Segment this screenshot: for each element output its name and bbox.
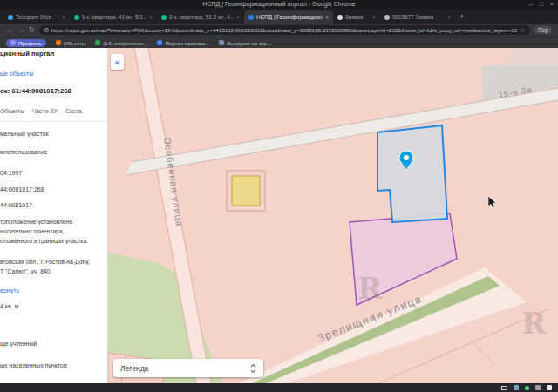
tab-favicon xyxy=(384,15,390,20)
bookmark-favicon xyxy=(56,40,61,45)
window-titlebar: НСПД | Геоинформационный портал - Google… xyxy=(0,0,558,9)
status-value: ще учтенный xyxy=(0,341,105,347)
tab-favicon xyxy=(337,15,343,20)
chrome-window: НСПД | Геоинформационный портал - Google… xyxy=(0,0,558,392)
page-content: ционный портал ые объекты ок: 61:44:0081… xyxy=(0,48,558,383)
bookmark-portal[interactable]: Портал простра... xyxy=(157,40,209,46)
address-line: Т "Салют", уч. 840. xyxy=(0,268,105,274)
location-description-line: оложенного в границах участка. xyxy=(0,238,105,244)
registration-date-value: 04.1997 xyxy=(0,170,105,176)
watermark: R xyxy=(357,271,383,306)
bookmark-profil[interactable]: Профиль xyxy=(6,39,46,47)
bookmarks-bar: Профиль Объекты (14) непрочитан... Порта… xyxy=(0,37,558,48)
tab-flat-1[interactable]: 1 к. квартира, 41 м², 5/1... × xyxy=(70,10,157,24)
favorites-link[interactable]: ые объекты xyxy=(0,71,105,77)
reload-icon[interactable]: ↻ xyxy=(29,24,35,37)
panel-divider xyxy=(0,121,107,122)
close-button[interactable]: × xyxy=(550,0,554,9)
bookmark-favicon xyxy=(219,40,224,45)
location-description-line: тоположение установлено xyxy=(0,219,105,225)
url-input[interactable]: https://nspd.gov.ru/map?thematic=PKK&zoo… xyxy=(39,25,531,35)
tab-favicon xyxy=(248,15,254,20)
tab-close-icon[interactable]: × xyxy=(447,14,451,20)
tab-telegram[interactable]: Telegram Web × xyxy=(3,10,70,24)
taskbar-tray-icon[interactable] xyxy=(547,385,552,390)
bookmark-favicon xyxy=(95,40,100,45)
location-description-line: носительно ориентира, xyxy=(0,228,105,234)
address-bar: ← → ↻ https://nspd.gov.ru/map?thematic=P… xyxy=(0,24,558,37)
bookmark-star-icon[interactable]: ☆ xyxy=(520,27,525,34)
tab-composition[interactable]: Соста xyxy=(65,108,82,114)
tab-strip: Telegram Web × 1 к. квартира, 41 м², 5/1… xyxy=(0,9,558,24)
parcel-title: ок: 61:44:0081017:268 xyxy=(0,87,105,95)
profile-button[interactable]: Пер xyxy=(534,26,552,34)
url-text: https://nspd.gov.ru/map?thematic=PKK&zoo… xyxy=(51,27,517,33)
back-icon[interactable]: ← xyxy=(6,24,13,37)
minimize-button[interactable]: – xyxy=(529,0,533,9)
tab-parcel-parts[interactable]: Части ЗУ xyxy=(32,108,58,114)
taskbar-tray-icon[interactable] xyxy=(535,385,541,390)
tab-zayavki[interactable]: Заявки × xyxy=(333,10,380,24)
legend-label: Легенда xyxy=(120,364,148,373)
tab-favicon xyxy=(8,15,13,20)
forward-icon[interactable]: → xyxy=(17,24,24,37)
bookmark-favicon xyxy=(10,40,16,45)
bookmark-favicon xyxy=(157,40,162,45)
collapse-panel-button[interactable]: « xyxy=(111,54,124,70)
yellow-parcel[interactable] xyxy=(232,176,260,206)
area-value: 4 кв. м xyxy=(0,303,105,309)
parcel-type-value: мельный участок xyxy=(0,131,105,137)
tab-zayavka-9815677[interactable]: 9815677 Заявка × xyxy=(380,10,455,24)
cadastral-quarter-value: 44:0081017 xyxy=(0,202,105,208)
taskbar-window-icon[interactable] xyxy=(501,386,507,390)
taskbar-app-icon[interactable] xyxy=(514,385,519,390)
map-canvas[interactable]: R R Особенная улица 15-я За Зрелищная ул… xyxy=(108,48,558,383)
maximize-button[interactable]: □ xyxy=(540,0,543,9)
map-area[interactable]: R R Особенная улица 15-я За Зрелищная ул… xyxy=(108,48,558,383)
legend-dropdown[interactable]: Легенда xyxy=(113,359,263,377)
new-tab-button[interactable]: + xyxy=(459,10,464,24)
tab-flat-2[interactable]: 2 к. квартира, 51.2 м², 4... × xyxy=(157,10,244,24)
bookmark-neprochitannye[interactable]: (14) непрочитан... xyxy=(95,40,147,46)
permitted-use-value: млепользование xyxy=(0,149,105,155)
window-title: НСПД | Геоинформационный портал - Google… xyxy=(202,0,355,9)
taskbar-status-icon[interactable] xyxy=(525,386,529,390)
tab-close-icon[interactable]: × xyxy=(372,14,376,20)
chevron-updown-icon xyxy=(250,363,256,374)
tab-close-icon[interactable]: × xyxy=(149,14,153,20)
window-controls: – □ × xyxy=(529,0,554,9)
address-line: втовская обл., г. Ростов-на-Дону, xyxy=(0,259,105,265)
panel-tabs: Объекты Части ЗУ Соста xyxy=(0,108,105,114)
site-info-icon[interactable] xyxy=(44,28,49,32)
land-category-value: ых населенных пунктов xyxy=(0,362,105,368)
tab-nspd-active[interactable]: НСПД | Геоинформацион... × xyxy=(244,10,333,24)
tab-close-icon[interactable]: × xyxy=(236,14,240,20)
cadastral-number-value: 44:0081017:268 xyxy=(0,186,105,193)
watermark: R xyxy=(521,306,547,341)
tab-favicon xyxy=(74,15,79,20)
os-taskbar xyxy=(0,383,558,392)
tab-close-icon[interactable]: × xyxy=(325,14,329,20)
expand-link[interactable]: ернуть xyxy=(0,287,105,294)
tab-close-icon[interactable]: × xyxy=(62,14,65,20)
portal-header: ционный портал xyxy=(0,50,105,57)
tab-favicon xyxy=(161,15,167,20)
object-info-panel: ционный портал ые объекты ок: 61:44:0081… xyxy=(0,48,108,383)
bookmark-obekty[interactable]: Объекты xyxy=(56,40,86,46)
tab-objects[interactable]: Объекты xyxy=(0,108,24,114)
bookmark-vygruzki[interactable]: Выгрузки на агр... xyxy=(219,40,271,46)
